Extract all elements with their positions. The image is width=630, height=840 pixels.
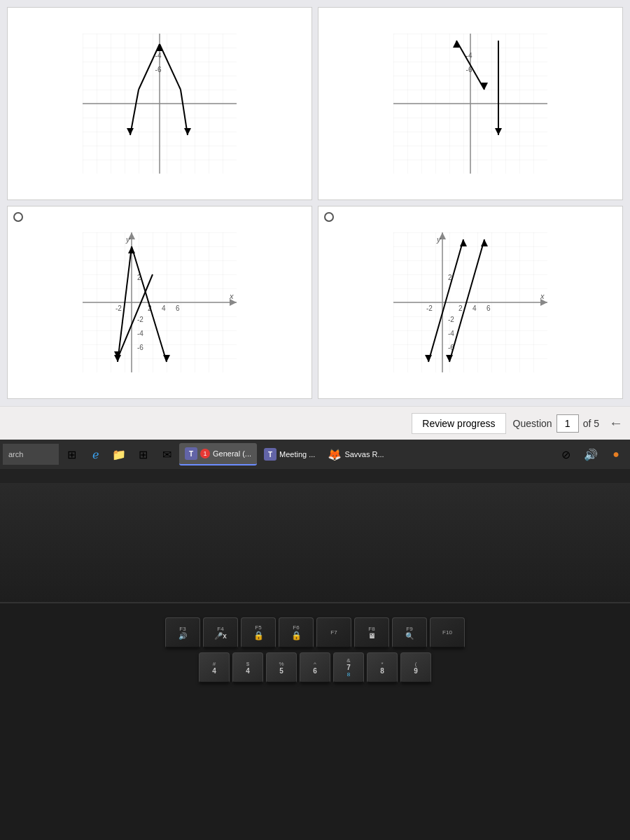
svg-text:6: 6 [176, 304, 180, 312]
system-tray: ⊘ 🔊 ● [554, 443, 627, 465]
firefox-label: Savvas R... [344, 450, 384, 458]
taskbar-app-firefox[interactable]: 🦊 Savvas R... [322, 443, 389, 465]
key-lparen-9[interactable]: ( 9 [400, 652, 431, 683]
svg-text:-2: -2 [448, 316, 454, 323]
key-caret-6[interactable]: ^ 6 [300, 652, 330, 683]
search-text: arch [8, 450, 23, 458]
key-percent-5[interactable]: % 5 [266, 652, 297, 683]
key-f3[interactable]: F3 🔊 [165, 617, 200, 648]
svg-text:x: x [229, 292, 234, 300]
radio-bottom-right[interactable] [324, 212, 334, 222]
key-f9[interactable]: F9 🔍 [392, 617, 427, 648]
review-progress-button[interactable]: Review progress [412, 413, 505, 434]
teams-icon-1: T [185, 447, 197, 460]
taskbar-app-teams-meeting[interactable]: T Meeting ... [258, 443, 321, 465]
radio-bottom-left[interactable] [13, 212, 23, 222]
screen-area: -4 -6 [0, 0, 630, 406]
key-f4[interactable]: F4 🎤x [203, 617, 238, 648]
taskbar-windows-store-icon[interactable]: ⊞ [132, 443, 154, 465]
graph-panel-bottom-left[interactable]: 2 -2 -4 -6 2 4 6 -2 y x [7, 206, 312, 399]
svg-text:x: x [540, 292, 545, 300]
of-label: of 5 [583, 418, 599, 429]
svg-text:-2: -2 [426, 304, 433, 312]
teams-badge-1: 1 [200, 449, 210, 458]
question-area: Question of 5 [513, 414, 599, 433]
key-hash-4[interactable]: # 4 [199, 652, 230, 683]
taskbar-folder-icon[interactable]: 📁 [108, 443, 130, 465]
graph-panel-bottom-right[interactable]: 2 -2 -4 -6 2 4 6 -2 y x [318, 206, 623, 399]
question-label: Question [513, 418, 552, 429]
bottom-control-bar: Review progress Question of 5 ← [0, 406, 630, 440]
svg-text:-4: -4 [448, 330, 454, 337]
svg-text:-4: -4 [137, 330, 144, 337]
keyboard-area: F3 🔊 F4 🎤x F5 🔒 F6 🔒 F7 F8 🖥 [0, 602, 630, 840]
question-number-input[interactable] [556, 414, 579, 433]
svg-text:2: 2 [458, 304, 463, 312]
wifi-icon[interactable]: ⊘ [554, 443, 577, 465]
key-f10[interactable]: F10 [430, 617, 465, 648]
graph-svg-top-right: -4 -6 [393, 34, 547, 174]
taskbar-search[interactable]: arch [3, 444, 59, 465]
taskbar-edge-icon[interactable]: ℯ [84, 443, 106, 465]
key-f8[interactable]: F8 🖥 [354, 617, 389, 648]
svg-text:4: 4 [162, 304, 166, 312]
graph-svg-top-left: -4 -6 [83, 34, 237, 174]
taskbar-split-icon[interactable]: ⊞ [60, 443, 83, 465]
graph-svg-bottom-left: 2 -2 -4 -6 2 4 6 -2 y x [83, 232, 237, 372]
key-star-8[interactable]: * 8 [367, 652, 398, 683]
svg-text:-2: -2 [137, 316, 144, 323]
laptop-bezel [0, 469, 630, 483]
key-amp-7[interactable]: & 7 8 [333, 652, 364, 683]
key-dollar-4[interactable]: $ 4 [232, 652, 263, 683]
notification-icon[interactable]: ● [605, 443, 627, 465]
graph-panel-top-left: -4 -6 [7, 7, 312, 200]
taskbar: arch ⊞ ℯ 📁 ⊞ ✉ T 1 General (... T Meetin… [0, 440, 630, 469]
volume-icon[interactable]: 🔊 [580, 443, 602, 465]
number-key-row: # 4 $ 4 % 5 ^ 6 & 7 8 * 8 [42, 652, 588, 683]
content-area: -4 -6 [0, 0, 630, 406]
svg-text:-2: -2 [115, 304, 122, 312]
svg-text:-6: -6 [137, 344, 144, 351]
teams-meeting-label: Meeting ... [279, 450, 315, 458]
teams-icon-2: T [264, 448, 276, 461]
graph-panel-top-right: -4 -6 [318, 7, 623, 200]
key-f5[interactable]: F5 🔒 [241, 617, 276, 648]
taskbar-app-teams-general[interactable]: T 1 General (... [179, 443, 257, 465]
function-key-row: F3 🔊 F4 🎤x F5 🔒 F6 🔒 F7 F8 🖥 [42, 617, 588, 648]
graph-svg-bottom-right: 2 -2 -4 -6 2 4 6 -2 y x [393, 232, 547, 372]
laptop-body: DELL F3 🔊 F4 🎤x F5 🔒 F6 🔒 F7 [0, 483, 630, 840]
taskbar-mail-icon[interactable]: ✉ [155, 443, 178, 465]
teams-general-label: General (... [213, 449, 251, 458]
svg-text:-6: -6 [155, 66, 162, 74]
key-f6[interactable]: F6 🔒 [279, 617, 314, 648]
svg-text:4: 4 [472, 304, 477, 312]
back-arrow-button[interactable]: ← [609, 415, 623, 431]
firefox-icon: 🦊 [328, 448, 342, 461]
key-f7[interactable]: F7 [316, 617, 351, 648]
svg-text:6: 6 [486, 304, 491, 312]
